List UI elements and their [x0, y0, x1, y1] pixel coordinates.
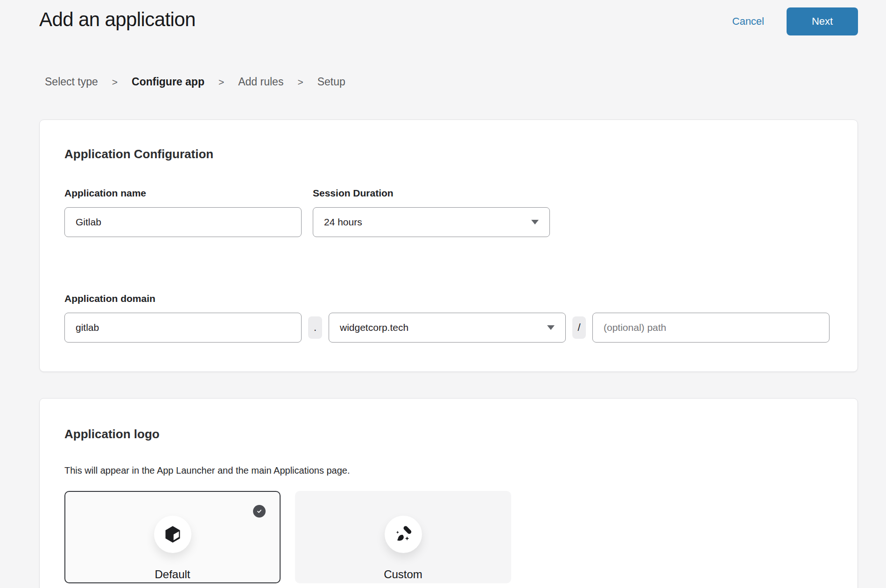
chevron-down-icon	[531, 220, 539, 224]
breadcrumb-step-configure-app[interactable]: Configure app	[132, 76, 204, 88]
application-domain-section: Application domain . widgetcorp.tech /	[64, 293, 831, 343]
logo-options: Default Custom	[64, 491, 831, 583]
logo-option-label: Default	[65, 568, 280, 581]
breadcrumb-separator: >	[297, 77, 303, 88]
page-title: Add an application	[39, 7, 196, 32]
breadcrumb-separator: >	[218, 77, 224, 88]
session-duration-field: Session Duration 24 hours	[313, 188, 550, 237]
application-domain-label: Application domain	[64, 293, 831, 304]
header-actions: Cancel Next	[732, 7, 858, 35]
dot-separator: .	[308, 316, 322, 339]
page-header: Add an application Cancel Next	[0, 0, 886, 35]
breadcrumb-step-select-type[interactable]: Select type	[45, 76, 98, 88]
paintbrush-icon	[394, 525, 413, 544]
logo-option-label: Custom	[295, 568, 511, 581]
domain-select-value: widgetcorp.tech	[340, 322, 408, 333]
default-logo-circle	[154, 516, 191, 553]
selected-check-badge	[253, 505, 266, 518]
custom-logo-circle	[385, 516, 422, 553]
logo-option-custom[interactable]: Custom	[295, 491, 511, 583]
cube-icon	[163, 525, 182, 544]
breadcrumb-step-setup[interactable]: Setup	[317, 76, 345, 88]
application-name-label: Application name	[64, 188, 302, 199]
application-name-input[interactable]	[64, 207, 302, 237]
next-button[interactable]: Next	[787, 7, 858, 35]
application-name-field: Application name	[64, 188, 302, 237]
checkmark-icon	[256, 508, 263, 515]
subdomain-input[interactable]	[64, 313, 302, 343]
session-duration-select[interactable]: 24 hours	[313, 207, 550, 237]
application-domain-row: . widgetcorp.tech /	[64, 313, 831, 343]
application-configuration-card: Application Configuration Application na…	[39, 119, 858, 372]
name-session-row: Application name Session Duration 24 hou…	[64, 188, 831, 237]
session-duration-value: 24 hours	[324, 217, 362, 228]
cancel-button[interactable]: Cancel	[732, 7, 764, 35]
chevron-down-icon	[547, 325, 555, 330]
domain-select[interactable]: widgetcorp.tech	[329, 313, 566, 343]
application-logo-card: Application logo This will appear in the…	[39, 398, 858, 588]
application-configuration-heading: Application Configuration	[64, 147, 831, 161]
breadcrumb: Select type > Configure app > Add rules …	[45, 76, 886, 88]
add-application-page: Add an application Cancel Next Select ty…	[0, 0, 886, 588]
breadcrumb-separator: >	[112, 77, 118, 88]
session-duration-label: Session Duration	[313, 188, 550, 199]
application-logo-heading: Application logo	[64, 427, 831, 441]
slash-separator: /	[572, 316, 586, 339]
breadcrumb-step-add-rules[interactable]: Add rules	[238, 76, 283, 88]
application-logo-description: This will appear in the App Launcher and…	[64, 465, 831, 476]
logo-option-default[interactable]: Default	[64, 491, 281, 583]
path-input[interactable]	[592, 313, 830, 343]
